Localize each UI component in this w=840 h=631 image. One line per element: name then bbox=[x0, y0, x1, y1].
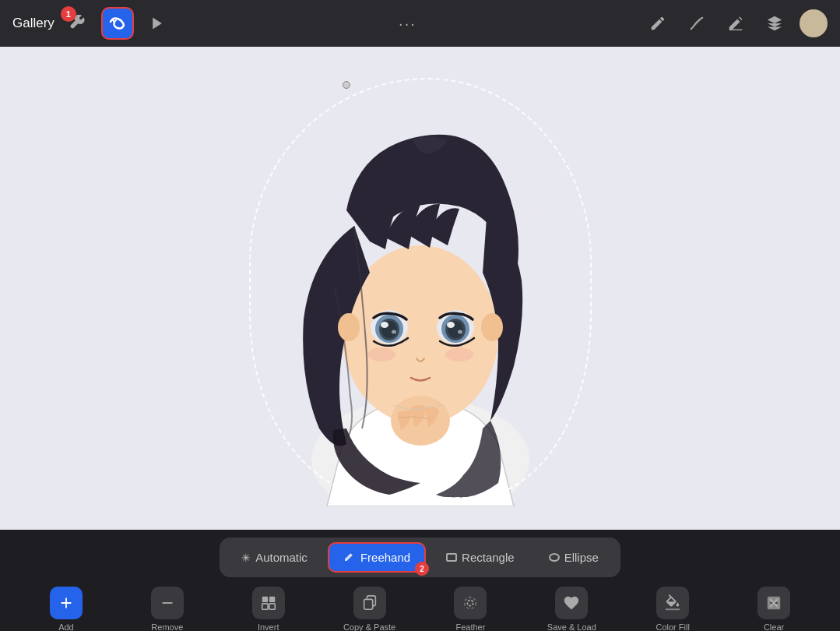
layers-button[interactable] bbox=[761, 9, 789, 37]
clear-label: Clear bbox=[764, 622, 784, 631]
rectangle-mode-icon bbox=[446, 553, 457, 562]
ellipse-mode-icon bbox=[549, 553, 560, 562]
clear-icon bbox=[765, 594, 782, 612]
remove-label: Remove bbox=[151, 622, 183, 631]
clear-tool[interactable]: Clear bbox=[743, 587, 805, 631]
layers-icon bbox=[766, 15, 783, 32]
svg-point-4 bbox=[338, 313, 360, 341]
gallery-button[interactable]: Gallery bbox=[12, 16, 54, 31]
pencil-icon bbox=[649, 15, 666, 32]
svg-point-16 bbox=[447, 322, 455, 328]
svg-point-3 bbox=[523, 206, 542, 223]
toolbar-right bbox=[644, 9, 828, 37]
character-illustration bbox=[234, 70, 607, 506]
freehand-mode-label: Freehand bbox=[360, 551, 410, 564]
invert-tool[interactable]: Invert bbox=[237, 587, 300, 631]
color-fill-tool[interactable]: Color Fill bbox=[641, 587, 704, 631]
freehand-mode-icon bbox=[343, 550, 356, 565]
copy-paste-tool[interactable]: Copy & Paste bbox=[339, 587, 401, 631]
selection-tool-icon bbox=[108, 14, 127, 33]
svg-rect-24 bbox=[269, 597, 275, 602]
svg-rect-22 bbox=[269, 604, 275, 609]
toolbar-left: Gallery 1 bbox=[12, 7, 171, 40]
color-fill-label: Color Fill bbox=[655, 622, 689, 631]
feather-tool[interactable]: Feather bbox=[439, 587, 501, 631]
eraser-button[interactable] bbox=[722, 9, 750, 37]
invert-icon-wrap bbox=[252, 587, 285, 619]
ellipse-mode-label: Ellipse bbox=[564, 551, 599, 564]
add-icon bbox=[58, 594, 75, 612]
feather-icon bbox=[462, 594, 479, 612]
auto-mode-icon: ✳ bbox=[241, 552, 251, 564]
badge-1: 1 bbox=[61, 6, 76, 22]
rectangle-mode-label: Rectangle bbox=[462, 551, 515, 564]
remove-tool[interactable]: Remove bbox=[136, 587, 199, 631]
active-tool-button[interactable] bbox=[101, 7, 134, 40]
svg-rect-26 bbox=[364, 599, 372, 609]
avatar[interactable] bbox=[800, 9, 828, 37]
svg-rect-23 bbox=[262, 604, 267, 609]
wrench-button[interactable]: 1 bbox=[64, 9, 92, 37]
clear-icon-wrap bbox=[757, 587, 790, 619]
invert-label: Invert bbox=[258, 622, 279, 631]
svg-point-11 bbox=[392, 330, 396, 334]
calligraphy-button[interactable] bbox=[683, 9, 711, 37]
copy-paste-icon-wrap bbox=[353, 587, 386, 619]
remove-icon-wrap bbox=[151, 587, 184, 619]
svg-point-10 bbox=[381, 322, 388, 328]
remove-icon bbox=[159, 594, 176, 612]
auto-mode-button[interactable]: ✳ Automatic bbox=[227, 545, 322, 570]
svg-point-5 bbox=[481, 313, 503, 341]
add-tool[interactable]: Add bbox=[35, 587, 97, 631]
top-toolbar: Gallery 1 ··· bbox=[0, 0, 840, 47]
bottom-tools-row: Add Remove Invert bbox=[0, 580, 840, 631]
toolbar-center-dots[interactable]: ··· bbox=[399, 15, 416, 33]
svg-point-17 bbox=[458, 330, 462, 334]
freehand-mode-button[interactable]: Freehand 2 bbox=[328, 542, 426, 573]
canvas-area[interactable] bbox=[0, 47, 840, 530]
add-label: Add bbox=[58, 622, 74, 631]
arrow-button[interactable] bbox=[143, 9, 171, 37]
character-container bbox=[234, 70, 607, 506]
color-fill-icon bbox=[664, 594, 681, 612]
eraser-icon bbox=[727, 15, 744, 32]
color-fill-icon-wrap bbox=[656, 587, 689, 619]
svg-point-28 bbox=[465, 598, 476, 609]
copy-paste-label: Copy & Paste bbox=[343, 622, 395, 631]
svg-rect-21 bbox=[262, 597, 267, 602]
invert-icon bbox=[260, 594, 277, 612]
svg-point-27 bbox=[468, 600, 473, 605]
selection-mode-row: ✳ Automatic Freehand 2 Rectangle Ellipse bbox=[220, 538, 620, 577]
ellipse-mode-button[interactable]: Ellipse bbox=[535, 545, 613, 570]
feather-label: Feather bbox=[455, 622, 485, 631]
calligraphy-icon bbox=[688, 15, 705, 32]
save-load-tool[interactable]: Save & Load bbox=[540, 587, 603, 631]
svg-point-18 bbox=[367, 347, 395, 361]
copy-paste-icon bbox=[361, 594, 378, 612]
save-load-icon bbox=[563, 594, 580, 612]
rectangle-mode-button[interactable]: Rectangle bbox=[432, 545, 529, 570]
svg-point-19 bbox=[445, 347, 473, 361]
auto-mode-label: Automatic bbox=[255, 551, 308, 564]
save-load-label: Save & Load bbox=[547, 622, 596, 631]
badge-2: 2 bbox=[415, 562, 429, 576]
pencil-button[interactable] bbox=[644, 9, 672, 37]
arrow-icon bbox=[149, 16, 165, 31]
selection-handle[interactable] bbox=[343, 81, 350, 89]
feather-icon-wrap bbox=[454, 587, 487, 619]
save-load-icon-wrap bbox=[555, 587, 588, 619]
bottom-area: ✳ Automatic Freehand 2 Rectangle Ellipse bbox=[0, 530, 840, 631]
add-icon-wrap bbox=[50, 587, 83, 619]
